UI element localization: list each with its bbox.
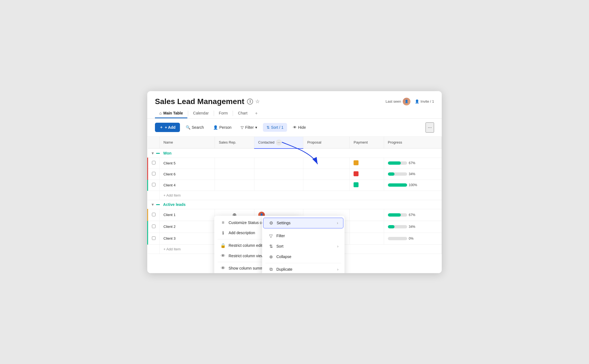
client-name: Client 6	[160, 169, 215, 180]
col-payment[interactable]: Payment	[350, 137, 384, 149]
checkbox[interactable]	[152, 236, 155, 240]
progress-pct: 34%	[409, 172, 415, 176]
filter-label: Filter	[245, 125, 254, 130]
hide-button[interactable]: 👁 Hide	[289, 123, 310, 132]
client-name: Client 3	[160, 233, 215, 244]
sales-rep-cell	[215, 158, 254, 169]
checkbox[interactable]	[152, 183, 155, 186]
contacted-cell	[254, 180, 303, 191]
tab-form-label: Form	[219, 111, 228, 115]
dropdown-item-sort[interactable]: ⇅ Sort ›	[263, 241, 343, 251]
invite-button[interactable]: 👤 Invite / 1	[415, 99, 434, 103]
active-leads-toggle[interactable]: ▾	[152, 202, 154, 207]
dropdown-item-duplicate[interactable]: ⧉ Duplicate ›	[263, 264, 343, 273]
chevron-down-icon: ▾	[255, 125, 257, 130]
col-proposal[interactable]: Proposal	[303, 137, 350, 149]
progress-cell: 67%	[384, 158, 441, 169]
search-label: Search	[192, 125, 204, 130]
tab-main-table-label: Main Table	[163, 111, 183, 115]
customize-icon: ≡	[220, 220, 226, 225]
client-name: Client 2	[160, 221, 215, 233]
col-contacted-wrap: Contacted ···	[258, 139, 299, 145]
right-dropdown-menu: ⚙ Settings › ▽ Filter ⇅ Sort › ⊗ Collaps…	[262, 216, 344, 273]
col-progress[interactable]: Progress	[384, 137, 441, 149]
search-button[interactable]: 🔍 Search	[182, 123, 207, 132]
tab-add[interactable]: +	[252, 109, 261, 118]
payment-cell	[350, 209, 384, 221]
checkbox[interactable]	[152, 161, 155, 164]
title-icons: ℹ ☆	[247, 99, 260, 105]
payment-cell	[350, 180, 384, 191]
star-icon[interactable]: ☆	[255, 99, 260, 105]
client-name: Client 4	[160, 180, 215, 191]
col-sales-rep[interactable]: Sales Rep.	[215, 137, 254, 149]
progress-cell: 34%	[384, 169, 441, 180]
tab-divider-2	[214, 111, 214, 116]
payment-cell	[350, 233, 384, 244]
chevron-right-icon: ›	[337, 244, 338, 248]
sort-button[interactable]: ⇅ Sort / 1	[263, 123, 287, 132]
tab-calendar-label: Calendar	[193, 111, 209, 115]
payment-cell	[350, 158, 384, 169]
tab-chart[interactable]: Chart	[234, 109, 252, 118]
proposal-cell	[303, 169, 350, 180]
tabs: ⌂ Main Table Calendar Form Chart +	[155, 109, 434, 118]
won-line	[156, 153, 160, 154]
filter-button[interactable]: ▽ Filter ▾	[237, 123, 260, 132]
more-button[interactable]: ···	[426, 122, 434, 133]
col-check	[148, 137, 160, 149]
duplicate-icon: ⧉	[268, 267, 274, 272]
dropdown-item-settings[interactable]: ⚙ Settings ›	[263, 218, 343, 228]
dropdown-item-collapse[interactable]: ⊗ Collapse	[263, 252, 343, 262]
eye-icon: 👁	[220, 253, 226, 258]
payment-cell	[350, 169, 384, 180]
person-button[interactable]: 👤 Person	[210, 123, 235, 132]
main-content: Name Sales Rep. Contacted ··· Proposal P…	[147, 137, 442, 254]
dropdown-item-filter[interactable]: ▽ Filter	[263, 231, 343, 241]
app-title: Sales Lead Management ℹ ☆	[155, 97, 260, 106]
filter-label: Filter	[276, 234, 285, 238]
title-text: Sales Lead Management	[155, 97, 244, 106]
add-item-won[interactable]: + Add Item	[148, 191, 442, 200]
proposal-cell	[303, 180, 350, 191]
tab-chart-label: Chart	[238, 111, 247, 115]
client-name: Client 5	[160, 158, 215, 169]
tab-divider-3	[233, 111, 233, 116]
col-contacted[interactable]: Contacted ···	[254, 137, 303, 149]
contacted-cell	[254, 158, 303, 169]
add-icon: ＋	[159, 125, 163, 130]
filter-icon: ▽	[241, 125, 244, 130]
add-button[interactable]: ＋ + Add	[155, 123, 180, 132]
last-seen-label: Last seen	[385, 99, 401, 103]
person-label: Person	[219, 125, 231, 130]
checkbox[interactable]	[152, 225, 155, 228]
group-active-leads-header: ▾ Active leads	[148, 200, 442, 209]
tab-main-table[interactable]: ⌂ Main Table	[155, 109, 187, 118]
row-check[interactable]	[148, 158, 160, 169]
payment-cell	[350, 221, 384, 233]
info-icon[interactable]: ℹ	[247, 99, 253, 105]
group-won-header: ▾ Won	[148, 149, 442, 158]
progress-cell: 100%	[384, 180, 441, 191]
header-right: Last seen 👤 👤 Invite / 1	[385, 98, 434, 105]
table-row: Client 6 34%	[148, 169, 442, 180]
sales-rep-cell	[215, 169, 254, 180]
tab-calendar[interactable]: Calendar	[189, 109, 213, 118]
restrict-view-label: Restrict column view	[229, 254, 264, 258]
home-icon: ⌂	[159, 111, 162, 115]
checkbox[interactable]	[152, 172, 155, 175]
progress-pct: 100%	[409, 183, 417, 187]
restrict-edit-label: Restrict column edit	[229, 243, 262, 248]
checkbox[interactable]	[152, 213, 155, 216]
add-desc-icon: ℹ	[220, 230, 226, 236]
contacted-cell	[254, 169, 303, 180]
tab-form[interactable]: Form	[215, 109, 232, 118]
contacted-menu-button[interactable]: ···	[276, 139, 282, 145]
hide-label: Hide	[298, 125, 306, 130]
table-row: Client 4 100%	[148, 180, 442, 191]
chevron-right-icon: ›	[337, 267, 338, 271]
contacted-label: Contacted	[258, 140, 274, 144]
lock-icon: 🔒	[220, 243, 226, 248]
won-toggle[interactable]: ▾	[152, 151, 154, 155]
add-item-won-label[interactable]: + Add Item	[160, 191, 442, 200]
